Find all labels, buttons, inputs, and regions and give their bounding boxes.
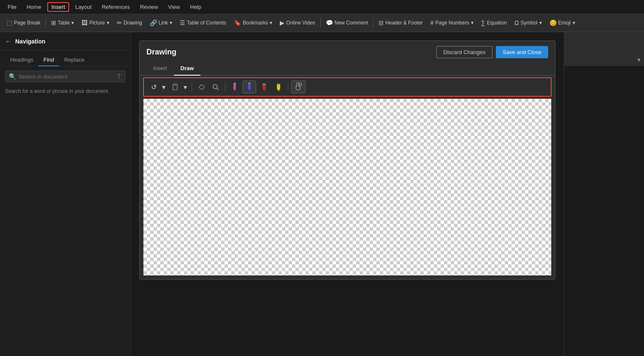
lasso-select-button[interactable] <box>195 81 208 93</box>
draw-sep-2 <box>225 82 225 92</box>
table-icon: ⊞ <box>51 19 56 26</box>
red-highlighter-button[interactable] <box>258 81 271 93</box>
zoom-button[interactable] <box>209 81 222 93</box>
draw-sep-3 <box>288 82 288 92</box>
menu-home[interactable]: Home <box>22 2 46 12</box>
drawing-header: Drawing Discard Changes Save and Close <box>140 41 555 62</box>
emoji-label: Emoji <box>558 20 571 26</box>
svg-rect-9 <box>248 83 251 84</box>
drawing-title: Drawing <box>146 48 176 57</box>
sidebar-tabs: Headings Find Replace <box>0 51 130 66</box>
symbol-icon: Ω <box>514 19 519 26</box>
draw-sep-1 <box>192 82 192 92</box>
search-hint: Search for a word or phrase in your docu… <box>0 87 130 96</box>
online-video-icon: ▶ <box>280 19 284 26</box>
page-break-icon: ⬚ <box>7 19 12 26</box>
svg-rect-15 <box>277 84 280 85</box>
yellow-highlighter-button[interactable] <box>272 81 285 93</box>
toolbar-page-break[interactable]: ⬚ Page Break <box>3 18 44 28</box>
menu-help[interactable]: Help <box>186 2 206 12</box>
search-input[interactable] <box>19 73 114 80</box>
sidebar-tab-replace[interactable]: Replace <box>59 54 89 66</box>
svg-rect-1 <box>174 84 176 85</box>
clipboard-button[interactable] <box>169 81 181 93</box>
svg-line-3 <box>217 88 219 90</box>
page-numbers-label: Page Numbers <box>436 20 469 26</box>
new-comment-label: New Comment <box>335 20 368 26</box>
page-break-label: Page Break <box>14 20 41 26</box>
sidebar-back-button[interactable]: ← <box>5 38 12 45</box>
clipboard-group: ▾ <box>169 81 189 93</box>
touch-button[interactable] <box>291 81 306 93</box>
search-filter-icon[interactable]: ⊤ <box>116 73 122 80</box>
toolbar-drawing[interactable]: ✏ Drawing <box>114 18 146 28</box>
svg-marker-8 <box>248 89 251 91</box>
svg-marker-11 <box>262 89 266 91</box>
toolbar-bookmarks[interactable]: 🔖 Bookmarks ▾ <box>230 18 276 28</box>
toc-icon: ☰ <box>180 19 185 26</box>
pink-pen-button[interactable] <box>228 81 241 93</box>
toolbar-online-video[interactable]: ▶ Online Video <box>276 18 319 28</box>
search-container: 🔍 ⊤ <box>5 71 125 82</box>
svg-rect-12 <box>262 84 266 85</box>
toolbar-sep-1 <box>46 18 46 28</box>
menu-file[interactable]: File <box>3 2 21 12</box>
chevron-down-icon[interactable]: ▾ <box>637 56 641 64</box>
toolbar-equation[interactable]: ∑ Equation <box>478 18 510 28</box>
drawing-toolbar: ↺ ▾ ▾ <box>143 77 552 97</box>
save-and-close-button[interactable]: Save and Close <box>496 46 548 58</box>
toolbar-new-comment[interactable]: 💬 New Comment <box>322 18 371 28</box>
picture-dropdown-icon: ▾ <box>107 20 109 26</box>
picture-label: Picture <box>89 20 105 26</box>
toolbar-table[interactable]: ⊞ Table ▾ <box>48 18 78 28</box>
clipboard-dropdown-button[interactable]: ▾ <box>182 81 189 93</box>
svg-point-2 <box>213 84 217 89</box>
toolbar-toc[interactable]: ☰ Table of Contents <box>176 18 230 28</box>
toolbar-picture[interactable]: 🖼 Picture ▾ <box>78 18 112 28</box>
online-video-label: Online Video <box>286 20 315 26</box>
toc-label: Table of Contents <box>187 20 226 26</box>
menu-layout[interactable]: Layout <box>71 2 96 12</box>
main-layout: ← Navigation Headings Find Replace 🔍 ⊤ S… <box>0 32 644 356</box>
content-area: Drawing Discard Changes Save and Close I… <box>131 32 564 356</box>
drawing-canvas[interactable] <box>143 98 552 276</box>
toolbar-page-numbers[interactable]: # Page Numbers ▾ <box>427 18 477 28</box>
menu-view[interactable]: View <box>164 2 184 12</box>
discard-changes-button[interactable]: Discard Changes <box>436 46 493 58</box>
undo-dropdown-button[interactable]: ▾ <box>160 81 167 93</box>
toolbar-emoji[interactable]: 😊 Emoji ▾ <box>546 18 579 28</box>
emoji-icon: 😊 <box>549 19 557 26</box>
svg-marker-14 <box>277 89 280 91</box>
sidebar: ← Navigation Headings Find Replace 🔍 ⊤ S… <box>0 32 131 356</box>
blue-pen-button[interactable] <box>243 81 256 93</box>
table-label: Table <box>58 20 70 26</box>
toolbar-symbol[interactable]: Ω Symbol ▾ <box>511 18 545 28</box>
drawing-tab-insert[interactable]: Insert <box>146 62 174 76</box>
link-label: Link <box>159 20 168 26</box>
bookmarks-label: Bookmarks <box>243 20 268 26</box>
new-comment-icon: 💬 <box>326 19 333 26</box>
sidebar-tab-headings[interactable]: Headings <box>5 54 38 66</box>
picture-icon: 🖼 <box>81 19 87 26</box>
menu-insert[interactable]: Insert <box>47 2 70 12</box>
link-icon: 🔗 <box>150 19 157 26</box>
drawing-tabs: Insert Draw <box>140 62 555 76</box>
toolbar-sep-3 <box>373 18 373 28</box>
toolbar-header-footer[interactable]: ⊟ Header & Footer <box>375 18 426 28</box>
menu-review[interactable]: Review <box>136 2 162 12</box>
undo-button[interactable]: ↺ <box>147 81 160 93</box>
symbol-dropdown-icon: ▾ <box>539 20 542 26</box>
drawing-icon: ✏ <box>117 19 122 26</box>
page-numbers-dropdown-icon: ▾ <box>471 20 474 26</box>
drawing-tab-draw[interactable]: Draw <box>174 62 201 76</box>
equation-label: Equation <box>487 20 507 26</box>
toolbar-link[interactable]: 🔗 Link ▾ <box>146 18 176 28</box>
menu-bar: File Home Insert Layout References Revie… <box>0 0 644 14</box>
sidebar-tab-find[interactable]: Find <box>38 54 59 66</box>
menu-references[interactable]: References <box>97 2 134 12</box>
bookmarks-icon: 🔖 <box>234 19 241 26</box>
header-footer-icon: ⊟ <box>379 19 384 26</box>
sidebar-header: ← Navigation <box>0 32 130 51</box>
drawing-panel: Drawing Discard Changes Save and Close I… <box>139 41 555 280</box>
toolbar-sep-2 <box>320 18 321 28</box>
